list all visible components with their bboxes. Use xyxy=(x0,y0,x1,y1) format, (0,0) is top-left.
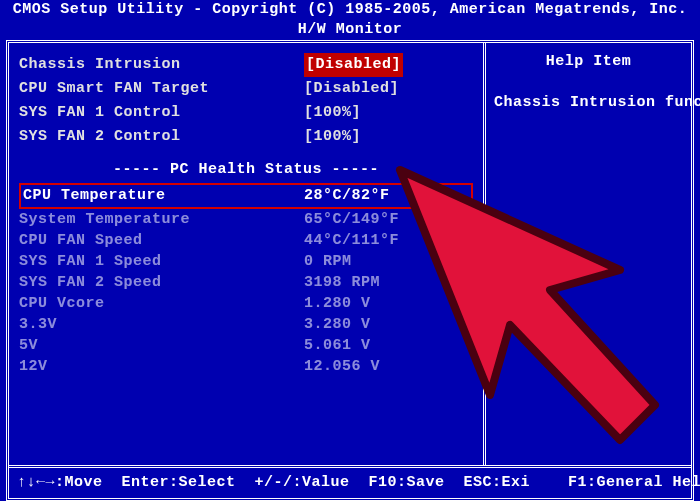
health-value: 0 RPM xyxy=(304,251,352,272)
health-label: System Temperature xyxy=(19,209,304,230)
health-value: 3.280 V xyxy=(304,314,371,335)
setting-label: CPU Smart FAN Target xyxy=(19,77,304,101)
health-value: 44°C/111°F xyxy=(304,230,399,251)
health-value: 5.061 V xyxy=(304,335,371,356)
setting-sys-fan2[interactable]: SYS FAN 2 Control [100%] xyxy=(19,125,473,149)
section-header: ----- PC Health Status ----- xyxy=(19,159,473,181)
health-cpu-vcore: CPU Vcore 1.280 V xyxy=(19,293,473,314)
health-label: 12V xyxy=(19,356,304,377)
setting-sys-fan1[interactable]: SYS FAN 1 Control [100%] xyxy=(19,101,473,125)
cpu-temperature-highlight: CPU Temperature 28°C/82°F xyxy=(19,183,473,209)
setting-cpu-smart-fan[interactable]: CPU Smart FAN Target [Disabled] xyxy=(19,77,473,101)
health-label: 5V xyxy=(19,335,304,356)
health-label: CPU Vcore xyxy=(19,293,304,314)
main-frame: Chassis Intrusion [Disabled] CPU Smart F… xyxy=(6,40,694,501)
setting-chassis-intrusion[interactable]: Chassis Intrusion [Disabled] xyxy=(19,53,473,77)
help-heading: Help Item xyxy=(494,53,683,70)
health-value: 12.056 V xyxy=(304,356,380,377)
health-12v: 12V 12.056 V xyxy=(19,356,473,377)
health-label: 3.3V xyxy=(19,314,304,335)
health-value: 3198 RPM xyxy=(304,272,380,293)
app-title: CMOS Setup Utility - Copyright (C) 1985-… xyxy=(0,0,700,20)
health-3v3: 3.3V 3.280 V xyxy=(19,314,473,335)
health-value: 1.280 V xyxy=(304,293,371,314)
setting-label: SYS FAN 2 Control xyxy=(19,125,304,149)
health-label: SYS FAN 1 Speed xyxy=(19,251,304,272)
health-sys-fan2-speed: SYS FAN 2 Speed 3198 RPM xyxy=(19,272,473,293)
health-system-temp: System Temperature 65°C/149°F xyxy=(19,209,473,230)
health-cpu-fan-speed: CPU FAN Speed 44°C/111°F xyxy=(19,230,473,251)
setting-label: Chassis Intrusion xyxy=(19,53,304,77)
setting-value: [100%] xyxy=(304,101,361,125)
health-label: CPU Temperature xyxy=(23,185,304,207)
setting-value: [Disabled] xyxy=(304,77,399,101)
health-label: CPU FAN Speed xyxy=(19,230,304,251)
setting-value: [100%] xyxy=(304,125,361,149)
help-text: Chassis Intrusion func xyxy=(494,94,683,111)
health-label: SYS FAN 2 Speed xyxy=(19,272,304,293)
health-5v: 5V 5.061 V xyxy=(19,335,473,356)
setting-label: SYS FAN 1 Control xyxy=(19,101,304,125)
health-value: 65°C/149°F xyxy=(304,209,399,230)
health-sys-fan1-speed: SYS FAN 1 Speed 0 RPM xyxy=(19,251,473,272)
settings-pane: Chassis Intrusion [Disabled] CPU Smart F… xyxy=(9,43,486,465)
page-subtitle: H/W Monitor xyxy=(0,20,700,40)
help-pane: Help Item Chassis Intrusion func xyxy=(486,43,691,465)
health-value: 28°C/82°F xyxy=(304,185,390,207)
setting-value: [Disabled] xyxy=(304,53,403,77)
footer-hints: ↑↓←→:Move Enter:Select +/-/:Value F10:Sa… xyxy=(9,465,691,498)
